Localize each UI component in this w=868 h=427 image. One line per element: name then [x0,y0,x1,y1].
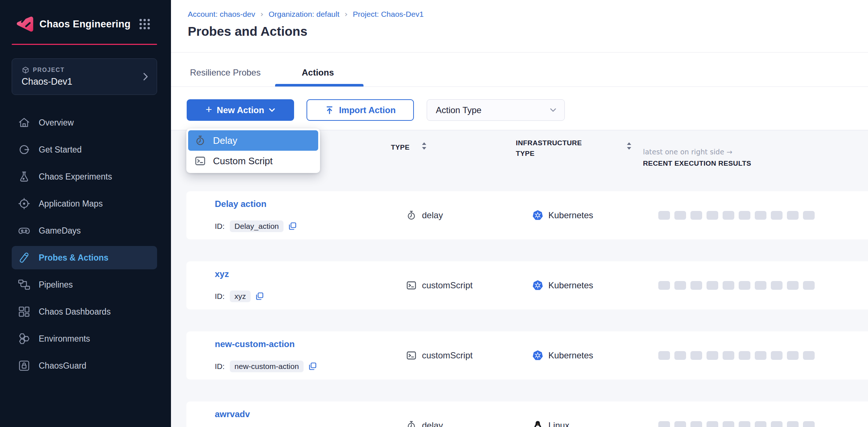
action-type-filter-value: Action Type [436,105,550,115]
execution-result-placeholder [755,211,766,220]
execution-result-placeholder [658,211,670,220]
action-type-cell: customScript [406,350,473,361]
copy-id-icon[interactable] [255,292,264,301]
sidebar-item-label: Environments [39,334,90,344]
action-id-line: ID: xyz [215,290,264,303]
import-icon [325,105,334,115]
sort-infrastructure-button[interactable] [627,142,632,150]
action-name-link[interactable]: xyz [215,269,229,279]
tab-bar: Resilience Probes Actions [171,58,868,86]
action-type-cell: delay [406,420,443,427]
action-type-cell: customScript [406,280,473,291]
recent-execution-results [658,421,815,427]
tab-actions[interactable]: Actions [302,58,334,86]
infrastructure-cell: Linux [532,420,569,427]
sidebar-item-pipelines[interactable]: Pipelines [12,273,157,296]
copy-id-icon[interactable] [308,362,317,371]
execution-result-placeholder [739,421,750,427]
menu-item-label: Delay [213,135,237,146]
infrastructure-value: Kubernetes [548,350,593,361]
sidebar-item-overview[interactable]: Overview [12,111,157,134]
sidebar-item-label: Probes & Actions [39,253,108,263]
breadcrumb: Account: chaos-dev › Organization: defau… [188,9,424,19]
execution-result-placeholder [723,421,734,427]
breadcrumb-organization-link[interactable]: Organization: default [269,10,339,19]
execution-result-placeholder [658,421,670,427]
action-id-chip: new-custom-action [230,361,304,372]
import-action-button[interactable]: Import Action [307,99,414,121]
sort-type-button[interactable] [422,142,427,150]
execution-result-placeholder [739,281,750,290]
kubernetes-icon [532,210,543,221]
recent-results-hint: latest one on right side → [643,148,732,156]
execution-result-placeholder [803,281,815,290]
tab-resilience-probes[interactable]: Resilience Probes [190,58,260,86]
action-id-chip: xyz [230,291,251,302]
execution-result-placeholder [787,281,799,290]
home-icon [18,116,31,129]
harness-logo-icon [13,14,34,35]
sidebar-item-label: GameDays [39,226,81,236]
new-action-menu: Delay Custom Script [186,128,320,173]
execution-result-placeholder [787,421,799,427]
sidebar-item-label: Overview [39,118,74,128]
gamepad-icon [18,224,31,237]
chevron-down-icon [269,108,275,112]
menu-item-label: Custom Script [213,155,273,167]
breadcrumb-project-link[interactable]: Project: Chaos-Dev1 [353,10,424,19]
terminal-icon [195,155,206,166]
copy-id-icon[interactable] [288,222,297,231]
project-selector[interactable]: PROJECT Chaos-Dev1 [12,58,157,95]
table-row: xyz ID: xyz customScript Kubernetes [186,261,868,309]
action-type-value: delay [422,420,443,427]
divider [171,86,868,87]
breadcrumb-separator: › [260,9,263,19]
menu-item-custom-script[interactable]: Custom Script [188,151,318,171]
execution-result-placeholder [755,421,766,427]
execution-result-placeholder [690,211,702,220]
sidebar-item-probes-actions[interactable]: Probes & Actions [12,246,157,269]
sidebar-item-application-maps[interactable]: Application Maps [12,192,157,215]
get-started-icon [18,143,31,156]
action-name-link[interactable]: Delay action [215,199,266,209]
breadcrumb-account-link[interactable]: Account: chaos-dev [188,10,255,19]
sidebar-item-get-started[interactable]: Get Started [12,138,157,161]
hexagons-icon [18,332,31,345]
menu-item-delay[interactable]: Delay [188,130,318,151]
action-type-value: customScript [422,350,473,361]
execution-result-placeholder [674,421,686,427]
execution-result-placeholder [707,211,718,220]
action-name-link[interactable]: awrvadv [215,409,250,419]
execution-result-placeholder [723,211,734,220]
execution-result-placeholder [803,421,815,427]
sidebar-item-label: Pipelines [39,280,73,290]
sidebar-item-environments[interactable]: Environments [12,327,157,350]
execution-result-placeholder [803,211,815,220]
execution-result-placeholder [787,211,799,220]
terminal-icon [406,350,416,361]
sidebar-nav: Overview Get Started Chaos Experiments A… [0,107,171,381]
column-header-infrastructure-type: INFRASTRUCTURE TYPE [516,138,600,159]
sidebar-item-chaosguard[interactable]: ChaosGuard [12,354,157,377]
chevron-right-icon [143,73,148,81]
kubernetes-icon [532,350,543,361]
sidebar-item-chaos-dashboards[interactable]: Chaos Dashboards [12,300,157,323]
execution-result-placeholder [674,281,686,290]
action-type-value: delay [422,210,443,220]
action-type-filter[interactable]: Action Type [427,99,565,121]
active-tab-indicator [275,84,363,86]
sidebar: Chaos Engineering PROJECT Chaos-Dev1 [0,0,171,427]
sidebar-item-gamedays[interactable]: GameDays [12,219,157,242]
action-name-link[interactable]: new-custom-action [215,339,295,349]
sidebar-item-label: Application Maps [39,199,103,209]
sidebar-item-chaos-experiments[interactable]: Chaos Experiments [12,165,157,188]
column-header-type: TYPE [391,143,410,151]
sidebar-item-label: Chaos Experiments [39,172,112,182]
id-label: ID: [215,362,225,371]
app-switcher-icon[interactable] [138,18,151,31]
id-label: ID: [215,222,225,231]
execution-result-placeholder [755,351,766,360]
new-action-button[interactable]: + New Action [187,99,294,121]
brand-divider [12,44,157,45]
dashboard-icon [18,305,31,318]
